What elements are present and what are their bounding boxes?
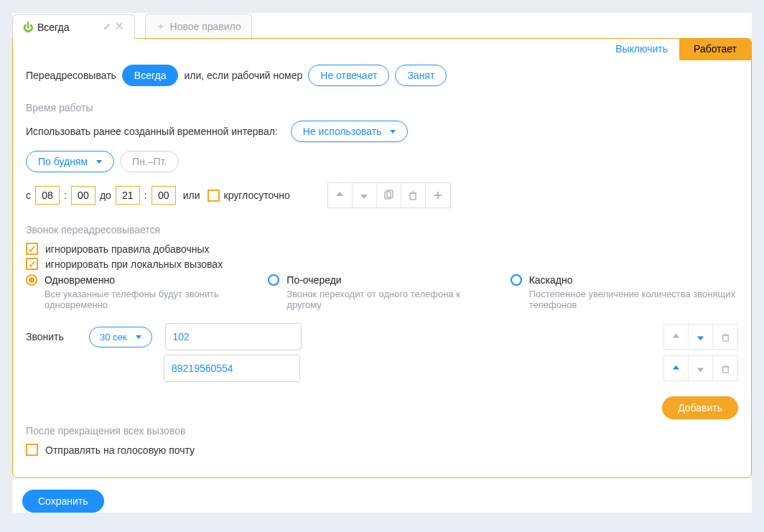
arrow-down-icon[interactable] [689,356,713,381]
forward-prefix: Переадресовывать [26,70,116,81]
from-label: с [26,190,31,201]
radio-cascade[interactable] [511,274,522,286]
to-label: до [100,190,111,201]
tab-new-rule[interactable]: ＋ Новое правило [145,14,252,39]
dial-label: Звонить [26,331,76,342]
move-down-button[interactable] [353,183,377,207]
min-from[interactable] [71,186,96,205]
hour-to[interactable] [116,186,140,205]
forward-or: или, если рабочий номер [184,70,302,81]
busy-pill[interactable]: Занят [395,65,447,86]
add-button[interactable] [426,183,450,207]
opt-simultaneous[interactable]: Одновременно Все указанные телефоны буду… [26,274,253,310]
post-section: После прекращения всех вызовов Отправлят… [13,421,751,463]
page: ⏻ Всегда ＋ Новое правило Выключить Работ… [12,13,752,513]
number-input[interactable] [165,323,302,350]
ignore-local-checkbox[interactable] [26,258,38,270]
opt-sequential[interactable]: По-очереди Звонок переходит от одного те… [268,274,495,310]
ignore-local-label: игнорировать при локальных вызовах [45,258,223,270]
copy-button[interactable] [377,183,401,207]
voicemail-checkbox[interactable] [26,444,38,456]
forward-row: Переадресовывать Всегда или, если рабочи… [13,60,751,90]
always-pill[interactable]: Всегда [122,65,179,86]
worktime-heading: Время работы [26,102,738,113]
status-strip: Выключить Работает [13,39,751,60]
min-to[interactable] [152,186,176,205]
or-label: или [183,190,200,201]
trash-icon[interactable] [713,325,737,349]
add-number-button[interactable]: Добавить [662,396,738,419]
number-row-controls [663,355,738,381]
days-short: Пн.–Пт. [120,151,179,172]
allday-checkbox[interactable] [208,190,220,202]
worktime-section: Время работы Использовать ранее созданны… [13,90,751,213]
arrow-up-icon[interactable] [664,356,689,381]
rule-panel: Выключить Работает Переадресовывать Всег… [12,38,752,478]
number-row-controls [663,324,738,350]
tab-always[interactable]: ⏻ Всегда [12,14,135,39]
interval-select[interactable]: Не использовать [291,121,409,142]
plus-icon: ＋ [156,20,166,33]
status-badge: Работает [679,39,751,60]
opt-cascade[interactable]: Каскадно Постепенное увеличение количест… [511,274,738,310]
allday-label: круглосуточно [224,190,290,201]
arrow-up-icon[interactable] [664,325,689,349]
ignore-ext-label: игнорировать правила добавочных [45,243,210,255]
dial-section: Звонить 30 сек [13,314,751,391]
call-fwd-heading: Звонок переадресовывается [26,224,738,235]
trash-icon[interactable] [713,356,737,381]
duration-select[interactable]: 30 сек [89,327,152,347]
pencil-icon[interactable] [103,21,113,33]
call-fwd-section: Звонок переадресовывается игнорировать п… [13,213,751,314]
time-row-controls [327,182,451,208]
tab-strip: ⏻ Всегда ＋ Новое правило [12,13,752,38]
power-icon: ⏻ [23,22,33,33]
arrow-down-icon[interactable] [689,325,713,349]
delete-button[interactable] [401,183,426,207]
tab-label: Новое правило [170,21,241,32]
tab-label: Всегда [37,22,70,33]
radio-sequential[interactable] [268,274,279,286]
no-answer-pill[interactable]: Не отвечает [308,65,389,86]
close-icon[interactable] [114,21,124,33]
ignore-ext-checkbox[interactable] [26,243,38,255]
disable-link[interactable]: Выключить [615,39,679,60]
weekdays-select[interactable]: По будням [26,151,114,172]
hour-from[interactable] [35,186,60,205]
post-heading: После прекращения всех вызовов [26,425,738,437]
radio-simultaneous[interactable] [26,274,37,286]
voicemail-label: Отправлять на голосовую почту [45,444,195,456]
move-up-button[interactable] [328,183,353,207]
use-saved-label: Использовать ранее созданный временной и… [26,126,278,137]
number-input[interactable] [164,355,300,382]
save-button[interactable]: Сохранить [22,490,104,513]
